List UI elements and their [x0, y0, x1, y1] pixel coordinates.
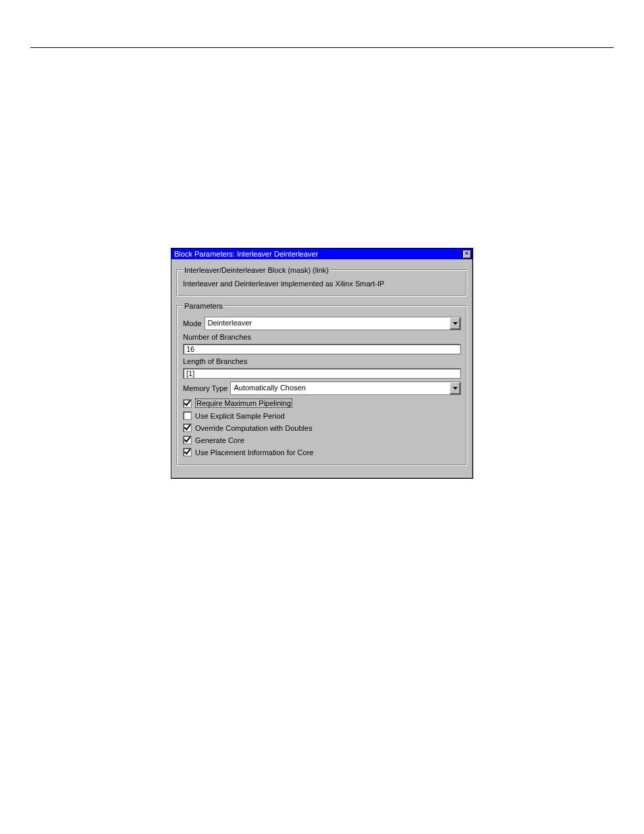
svg-marker-1: [453, 387, 458, 390]
memtype-select-value: Automatically Chosen: [231, 382, 450, 394]
titlebar[interactable]: Block Parameters: Interleaver Deinterlea…: [171, 249, 473, 259]
length-row: Length of Branches: [183, 357, 461, 379]
gencore-checkbox[interactable]: [183, 436, 192, 444]
override-check-label: Override Computation with Doubles: [195, 424, 313, 432]
pipeline-checkbox[interactable]: [183, 399, 192, 408]
branches-label: Number of Branches: [183, 333, 461, 341]
memtype-label: Memory Type: [183, 384, 227, 392]
placement-check-row: Use Placement Information for Core: [183, 448, 461, 457]
placement-checkbox[interactable]: [183, 448, 192, 457]
override-check-row: Override Computation with Doubles: [183, 423, 461, 432]
window-title: Block Parameters: Interleaver Deinterlea…: [174, 250, 318, 258]
gencore-check-row: Generate Core: [183, 436, 461, 444]
svg-marker-0: [453, 322, 458, 325]
dialog-body: Interleaver/Deinterleaver Block (mask) (…: [171, 259, 473, 478]
pipeline-check-row: Require Maximum Pipelining: [183, 398, 461, 408]
description-text: Interleaver and Deinterleaver implemente…: [183, 278, 461, 290]
length-label: Length of Branches: [183, 357, 461, 365]
mode-label: Mode: [183, 319, 202, 328]
memtype-row: Memory Type Automatically Chosen: [183, 382, 461, 395]
description-group: Interleaver/Deinterleaver Block (mask) (…: [177, 266, 467, 296]
description-legend: Interleaver/Deinterleaver Block (mask) (…: [183, 266, 330, 274]
chevron-down-icon[interactable]: [450, 382, 460, 394]
explicit-check-label: Use Explicit Sample Period: [195, 412, 285, 420]
close-icon[interactable]: ×: [462, 250, 471, 259]
explicit-checkbox[interactable]: [183, 411, 192, 420]
mode-select-value: Deinterleaver: [205, 317, 450, 330]
pipeline-check-label: Require Maximum Pipelining: [195, 398, 292, 408]
chevron-down-icon[interactable]: [450, 317, 460, 330]
branches-input[interactable]: [183, 344, 461, 355]
override-checkbox[interactable]: [183, 423, 192, 432]
explicit-check-row: Use Explicit Sample Period: [183, 411, 461, 420]
parameters-legend: Parameters: [183, 302, 224, 310]
mode-row: Mode Deinterleaver: [183, 317, 461, 330]
length-input[interactable]: [183, 368, 461, 379]
horizontal-rule: [30, 47, 614, 48]
block-parameters-dialog: Block Parameters: Interleaver Deinterlea…: [171, 248, 473, 479]
gencore-check-label: Generate Core: [195, 436, 244, 444]
branches-row: Number of Branches: [183, 333, 461, 355]
memtype-select[interactable]: Automatically Chosen: [230, 382, 461, 395]
parameters-group: Parameters Mode Deinterleaver Number of …: [177, 302, 467, 466]
placement-check-label: Use Placement Information for Core: [195, 448, 313, 457]
mode-select[interactable]: Deinterleaver: [205, 317, 461, 330]
